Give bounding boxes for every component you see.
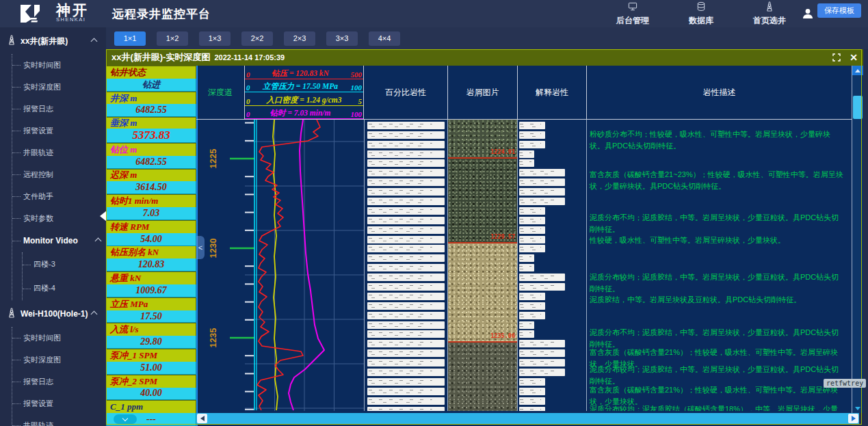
lithology-description: 泥质分布不均；泥质胶结，中等。岩屑呈块状，少量豆粒状。具PDC钻头切削特征。 — [590, 212, 845, 235]
lithology-row — [367, 302, 445, 310]
layout-button-2x3[interactable]: 2×3 — [284, 31, 315, 46]
column-divider — [586, 120, 587, 411]
curve-min: 0 — [246, 70, 250, 79]
parameter: 转速 RPM54.00 — [106, 220, 196, 246]
lithology-row — [367, 264, 445, 271]
column-divider — [447, 120, 448, 411]
scroll-down-arrow[interactable] — [852, 403, 863, 413]
parameter-label: C_1 ppm — [106, 400, 196, 413]
lithology-row — [367, 188, 445, 196]
parameter-dropdown[interactable] — [114, 414, 137, 424]
lithology-row — [367, 388, 445, 395]
nav-well-select[interactable]: 首页选井 — [753, 0, 786, 27]
lithology-row — [367, 321, 445, 329]
sidebar-item[interactable]: 四楼-3 — [23, 252, 106, 276]
derrick-icon — [765, 1, 774, 14]
parameter-label: 悬重 kN — [106, 271, 196, 284]
param-panel-collapse-handle[interactable]: < — [196, 236, 205, 259]
parameter: 钻时1 min/m7.03 — [106, 194, 196, 220]
parameter: 泵冲_2 SPM40.00 — [106, 375, 196, 401]
sidebar-item[interactable]: 实时时间图 — [12, 54, 106, 76]
sample-depth-label: 1224.91 — [490, 148, 515, 155]
sidebar-item[interactable]: 报警日志 — [12, 371, 106, 392]
sidebar-item[interactable]: 实时深度图 — [12, 76, 106, 98]
scroll-right-arrow[interactable] — [848, 414, 858, 423]
horizontal-scrollbar[interactable] — [196, 413, 859, 424]
sidebar-item[interactable]: 文件助手 — [12, 185, 106, 207]
layout-button-2x2[interactable]: 2×2 — [241, 31, 273, 46]
vertical-scrollbar[interactable] — [852, 66, 863, 413]
scroll-up-arrow[interactable] — [852, 66, 863, 75]
interpreted-lithology-bar — [519, 245, 545, 252]
shenkai-logo-icon — [19, 4, 47, 23]
nav-admin[interactable]: 后台管理 — [616, 0, 649, 27]
cuttings-photo-segment: 1224.91 — [448, 120, 517, 159]
lithology-row — [367, 150, 445, 158]
lithology-row — [367, 397, 445, 405]
layout-button-3x3[interactable]: 3×3 — [326, 31, 358, 46]
parameter-label: 钻位 m — [106, 143, 196, 156]
layout-button-1x2[interactable]: 1×2 — [157, 31, 188, 46]
nav-database[interactable]: 数据库 — [689, 0, 713, 27]
parameter-value: 5373.83 — [106, 129, 196, 143]
sidebar-item[interactable]: 实时时间图 — [12, 327, 106, 349]
layout-button-1x3[interactable]: 1×3 — [199, 31, 231, 46]
lithology-row — [367, 122, 445, 129]
panel-datetime: 2022-11-14 17:05:39 — [214, 53, 285, 62]
sidebar-well-section[interactable]: xx井(新井眼) — [0, 27, 106, 54]
layout-button-1x1[interactable]: 1×1 — [114, 31, 146, 46]
fullscreen-icon[interactable] — [832, 53, 841, 62]
lithology-description-column: 粉砂质分布不均；性较硬，吸水性、可塑性中等。岩屑呈块状，少量碎块状。具PDC钻头… — [587, 120, 852, 411]
sidebar-item[interactable]: 井眼轨迹 — [12, 142, 106, 163]
parameter-value: 51.00 — [106, 362, 196, 375]
sample-depth-label: 1235.06 — [490, 332, 515, 339]
curve-max: 100 — [351, 83, 363, 92]
sidebar-subsection[interactable]: Monitor Video — [12, 229, 106, 252]
sidebar-item[interactable]: 报警设置 — [12, 392, 106, 414]
interpreted-lithology-bar — [519, 226, 545, 234]
scroll-left-arrow[interactable] — [197, 414, 207, 423]
sidebar-item[interactable]: 四楼-4 — [23, 276, 106, 300]
sidebar-item[interactable]: 实时参数 — [12, 207, 106, 229]
monitor-icon — [627, 1, 638, 14]
sidebar-item-list: 实时时间图实时深度图报警日志报警设置井眼轨迹 — [12, 327, 106, 426]
curve-min: 0 — [246, 97, 250, 105]
lithology-row — [367, 245, 445, 252]
parameter-label: 垂深 m — [106, 117, 196, 129]
lithology-description-header: 岩性描述 — [587, 66, 852, 119]
cuttings-photo-segment: 1235.06 — [448, 243, 517, 343]
sidebar-item[interactable]: 井眼轨迹 — [12, 414, 106, 426]
derrick-icon — [7, 308, 21, 320]
svg-text:1225: 1225 — [208, 149, 218, 169]
layout-button-4x4[interactable]: 4×4 — [369, 31, 400, 46]
interpreted-lithology-bar — [519, 198, 565, 205]
close-icon[interactable]: ✕ — [850, 53, 858, 62]
interpreted-lithology-bar — [519, 340, 565, 347]
well-section-label: xx井(新井眼) — [21, 36, 68, 47]
svg-text:1235: 1235 — [208, 328, 218, 348]
sidebar-item[interactable]: 实时深度图 — [12, 349, 106, 371]
nav-database-label: 数据库 — [689, 15, 713, 27]
interpreted-lithology-header: 解释岩性 — [518, 66, 587, 119]
vertical-scroll-thumb[interactable] — [853, 96, 863, 119]
parameter: 钻位 m6482.55 — [106, 143, 196, 169]
parameter: 迟深 m3614.50 — [106, 169, 196, 195]
lithology-description: 粉砂质分布不均；性较硬，吸水性、可塑性中等。岩屑呈块状，少量碎块状。具PDC钻头… — [590, 129, 845, 152]
lithology-row — [367, 359, 445, 367]
parameter-label: 泵冲_2 SPM — [106, 375, 196, 388]
interpreted-lithology-bar — [519, 169, 565, 176]
parameter-value: 29.80 — [106, 336, 196, 349]
sidebar-item[interactable]: 远程控制 — [12, 163, 106, 185]
sidebar-item[interactable]: 报警日志 — [12, 98, 106, 120]
interpreted-lithology-bar — [519, 159, 534, 167]
lithology-description: 性较硬，吸水性、可塑性中等。岩屑呈碎块状，少量块状。 — [590, 235, 845, 246]
svg-text:1230: 1230 — [208, 239, 218, 258]
sidebar-well-section[interactable]: Wei-H100(Hole-1) — [0, 300, 106, 327]
sidebar-item[interactable]: 报警设置 — [12, 120, 106, 142]
sample-depth-label: 1229.57 — [490, 233, 515, 240]
interpreted-lithology-bar — [519, 349, 565, 357]
save-template-button[interactable]: 保存模板 — [817, 3, 861, 18]
header-nav: 后台管理数据库首页选井 — [616, 0, 786, 27]
well-tree-sidebar: xx井(新井眼)实时时间图实时深度图报警日志报警设置井眼轨迹远程控制文件助手实时… — [0, 27, 106, 426]
parameter-value: 6482.55 — [106, 156, 196, 169]
